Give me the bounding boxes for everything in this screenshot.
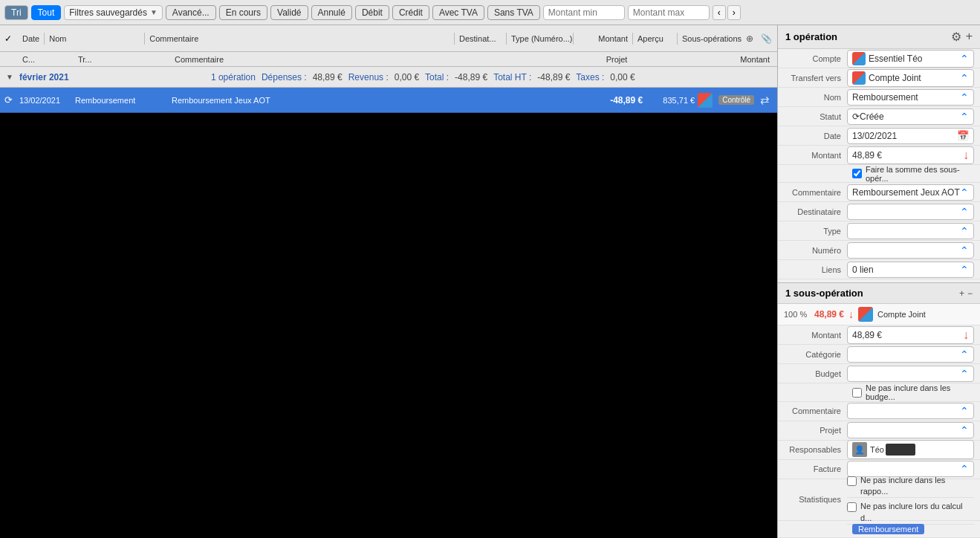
tout-button[interactable]: Tout — [31, 5, 62, 20]
statistiques-header-row: Statistiques Ne pas inclure dans les rap… — [778, 479, 980, 521]
categorie-field[interactable]: ⌃ — [847, 346, 974, 363]
sub-projet: Projet — [502, 55, 732, 64]
subop-commentaire-field[interactable]: ⌃ — [847, 403, 974, 419]
subop-montant-value: 48,89 € — [852, 330, 963, 340]
projet-field[interactable]: ⌃ — [847, 422, 974, 438]
en-cours-button[interactable]: En cours — [219, 5, 267, 20]
spinner-icon: ⟳ — [852, 111, 860, 122]
montant-min-input[interactable] — [543, 5, 625, 20]
statut-field[interactable]: ⟳ Créée ⌃ — [847, 108, 974, 125]
montant-max-input[interactable] — [628, 5, 710, 20]
ne-pas-inclure-rappo-checkbox[interactable] — [847, 476, 857, 486]
montant-field[interactable]: 48,89 € ↓ — [847, 146, 974, 164]
sub-comment2: Commentaire — [172, 55, 502, 64]
nom-dropdown-icon[interactable]: ⌃ — [960, 91, 969, 103]
col-destinat[interactable]: Destinat... — [456, 34, 504, 43]
subop-minus-icon[interactable]: − — [967, 288, 973, 299]
tri-button[interactable]: Tri — [4, 5, 28, 20]
toolbar: Tri Tout Filtres sauvegardés ▼ Avancé...… — [0, 0, 980, 25]
tx-date: 13/02/2021 — [19, 96, 75, 105]
subop-plus-icon[interactable]: + — [959, 288, 964, 299]
budget-dropdown-icon[interactable]: ⌃ — [960, 368, 969, 380]
transaction-row[interactable]: ⟳ 13/02/2021 Remboursement Remboursement… — [0, 88, 777, 113]
responsables-field[interactable]: 👤 Téo — [847, 440, 974, 459]
faire-somme-checkbox[interactable] — [852, 169, 862, 178]
destinataire-dropdown-icon[interactable]: ⌃ — [960, 206, 969, 218]
plus-icon[interactable]: + — [966, 30, 973, 44]
avec-tva-button[interactable]: Avec TVA — [432, 5, 484, 20]
col-type[interactable]: Type (Numéro...) — [508, 34, 571, 43]
liens-dropdown-icon[interactable]: ⌃ — [960, 264, 969, 276]
depenses-label: Dépenses : — [262, 72, 307, 82]
nav-next[interactable]: › — [727, 5, 741, 20]
faire-somme-label: Faire la somme des sous-opér... — [866, 165, 974, 183]
avance-button[interactable]: Avancé... — [166, 5, 216, 20]
subop-red-arrow-icon: ↓ — [848, 308, 854, 320]
valide-button[interactable]: Validé — [270, 5, 308, 20]
col-apercu[interactable]: Aperçu — [635, 34, 675, 43]
taxes-value: 0,00 € — [610, 72, 635, 82]
projet-dropdown-icon[interactable]: ⌃ — [960, 424, 969, 436]
month-toggle[interactable]: ▼ — [6, 73, 13, 81]
nav-prev[interactable]: ‹ — [713, 5, 726, 20]
date-field[interactable]: 13/02/2021 📅 — [847, 128, 974, 144]
numero-row: Numéro ⌃ — [778, 241, 980, 260]
debit-button[interactable]: Débit — [355, 5, 389, 20]
gear-icon[interactable]: ⚙ — [951, 30, 961, 44]
nom-field[interactable]: Remboursement ⌃ — [847, 89, 974, 106]
credit-button[interactable]: Crédit — [392, 5, 429, 20]
numero-field[interactable]: ⌃ — [847, 242, 974, 259]
subop-commentaire-dropdown-icon[interactable]: ⌃ — [960, 405, 969, 417]
ne-pas-inclure-budget-checkbox[interactable] — [852, 388, 862, 398]
nom-value: Remboursement — [852, 92, 960, 103]
transfert-field[interactable]: Compte Joint ⌃ — [847, 69, 974, 87]
compte-row: Compte Essentiel Téo ⌃ — [778, 49, 980, 68]
main-layout: ✓ Date Nom Commentaire Destinat... Type … — [0, 25, 980, 538]
col-date[interactable]: Date — [19, 34, 42, 43]
commentaire-row: Commentaire Remboursement Jeux AOT ⌃ — [778, 183, 980, 202]
transfert-dropdown-icon[interactable]: ⌃ — [960, 72, 969, 84]
calendar-icon[interactable]: 📅 — [957, 130, 969, 141]
sans-tva-button[interactable]: Sans TVA — [487, 5, 540, 20]
tx-amount: -48,89 € — [583, 95, 643, 106]
commentaire-field[interactable]: Remboursement Jeux AOT ⌃ — [847, 184, 974, 201]
liens-field[interactable]: 0 lien ⌃ — [847, 262, 974, 278]
facture-dropdown-icon[interactable]: ⌃ — [960, 463, 969, 475]
subop-montant-label: Montant — [784, 331, 847, 340]
ne-pas-inclure-budget-label: Ne pas inclure dans les budge... — [866, 383, 974, 401]
revenus-label: Revenus : — [348, 72, 389, 82]
date-row: Date 13/02/2021 📅 — [778, 126, 980, 146]
annule-button[interactable]: Annulé — [311, 5, 352, 20]
tx-status-icon: ⟳ — [4, 94, 18, 106]
categorie-dropdown-icon[interactable]: ⌃ — [960, 349, 969, 360]
col-nom[interactable]: Nom — [46, 34, 143, 43]
commentaire-dropdown-icon[interactable]: ⌃ — [960, 187, 969, 198]
col-montant[interactable]: Montant — [575, 34, 631, 43]
numero-dropdown-icon[interactable]: ⌃ — [960, 244, 969, 256]
statut-row: Statut ⟳ Créée ⌃ — [778, 107, 980, 126]
sub-tr: Tr... — [75, 55, 172, 64]
type-row: Type ⌃ — [778, 221, 980, 241]
statut-dropdown-icon[interactable]: ⌃ — [960, 111, 969, 123]
compte-field[interactable]: Essentiel Téo ⌃ — [847, 50, 974, 68]
budget-field[interactable]: ⌃ — [847, 366, 974, 382]
filtres-dropdown[interactable]: Filtres sauvegardés ▼ — [64, 5, 163, 20]
taxes-label: Taxes : — [576, 72, 604, 82]
month-group-row: ▼ février 2021 1 opération Dépenses : 48… — [0, 67, 777, 88]
subop-montant-field[interactable]: 48,89 € ↓ — [847, 326, 974, 344]
type-dropdown-icon[interactable]: ⌃ — [960, 225, 969, 237]
total-ht-label: Total HT : — [493, 72, 531, 82]
ne-pas-inclure-rappo-label: Ne pas inclure dans les rappo... — [860, 475, 974, 498]
compte-dropdown-icon[interactable]: ⌃ — [960, 53, 969, 65]
destinataire-field[interactable]: ⌃ — [847, 204, 974, 220]
col-sous-op[interactable]: Sous-opérations — [679, 34, 746, 43]
ne-pas-inclure-calcul-checkbox[interactable] — [847, 502, 857, 512]
tx-comment: Remboursement Jeux AOT — [172, 96, 583, 105]
responsables-row: Responsables 👤 Téo — [778, 441, 980, 460]
type-field[interactable]: ⌃ — [847, 223, 974, 239]
right-panel-header: 1 opération ⚙ + — [778, 25, 980, 49]
col-commentaire[interactable]: Commentaire — [146, 34, 452, 43]
facture-label: Facture — [784, 464, 847, 473]
tx-badge: Contrôlé — [718, 95, 754, 105]
subop-montant-red-arrow-icon: ↓ — [963, 328, 969, 342]
